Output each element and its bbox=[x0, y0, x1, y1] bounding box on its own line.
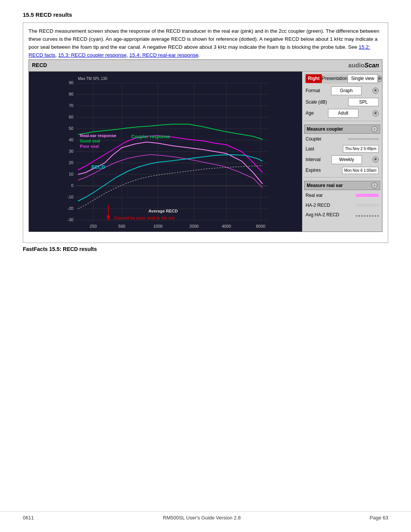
recd-body: 90 80 70 60 50 40 30 20 10 0 -10 -20 -30… bbox=[29, 72, 382, 232]
ha2-recd-swatch bbox=[356, 204, 379, 207]
footer: 0611 RM500SL User's Guide Version 2.8 Pa… bbox=[0, 511, 411, 521]
logo-audio: audio bbox=[348, 62, 365, 69]
divider-1 bbox=[304, 121, 380, 121]
svg-text:500: 500 bbox=[118, 224, 125, 228]
svg-text:2000: 2000 bbox=[190, 224, 199, 228]
scale-row: Scale (dB) SPL bbox=[304, 97, 380, 107]
interval-dropdown-btn[interactable]: ⊕ bbox=[373, 157, 379, 163]
svg-text:0: 0 bbox=[71, 183, 73, 188]
age-dropdown-btn[interactable]: ⊕ bbox=[373, 110, 379, 117]
right-badge: Right bbox=[306, 74, 322, 83]
svg-text:Coupler response: Coupler response bbox=[131, 134, 170, 139]
last-label: Last bbox=[306, 145, 314, 153]
measure-real-ear-btn[interactable]: Measure real ear ○ bbox=[304, 181, 380, 190]
coupler-row: Coupler bbox=[304, 135, 380, 144]
recd-title: RECD bbox=[32, 61, 47, 70]
age-row: Age Adult ⊕ bbox=[304, 108, 380, 118]
age-value: Adult bbox=[328, 109, 358, 118]
svg-text:10: 10 bbox=[69, 172, 73, 176]
interval-label: Interval bbox=[306, 156, 320, 163]
section-heading: 15.5 RECD results bbox=[23, 11, 388, 18]
avg-ha2-recd-row: Avg HA-2 RECD bbox=[304, 211, 380, 219]
presentation-row: Right Presentation Single view ⊕ bbox=[304, 73, 380, 84]
audioscan-logo: audioScan bbox=[348, 61, 379, 70]
svg-text:40: 40 bbox=[69, 137, 73, 142]
svg-text:8000: 8000 bbox=[256, 224, 265, 228]
coupler-label: Coupler bbox=[306, 136, 322, 143]
footer-right: Page 63 bbox=[370, 515, 388, 521]
svg-text:-10: -10 bbox=[67, 195, 73, 199]
expires-value: Mon Nov 6 1:00am bbox=[342, 167, 379, 174]
fastfacts-label: FastFacts 15.5: RECD results bbox=[23, 246, 388, 252]
expires-row: Expires Mon Nov 6 1:00am bbox=[304, 166, 380, 175]
real-ear-label: Real ear bbox=[306, 192, 323, 199]
interval-value: Weekly bbox=[331, 155, 362, 164]
link-recd-coupler[interactable]: 15.3: RECD coupler response bbox=[58, 52, 126, 58]
svg-text:Poor seal: Poor seal bbox=[80, 144, 99, 149]
avg-ha2-recd-label: Avg HA-2 RECD bbox=[306, 211, 339, 219]
svg-text:-20: -20 bbox=[67, 206, 73, 211]
measure-real-ear-circle-btn[interactable]: ○ bbox=[371, 182, 378, 189]
recd-graph-area: 90 80 70 60 50 40 30 20 10 0 -10 -20 -30… bbox=[29, 72, 302, 232]
divider-2 bbox=[304, 177, 380, 177]
recd-titlebar: RECD audioScan bbox=[29, 60, 382, 72]
format-value: Graph bbox=[331, 86, 362, 95]
svg-text:Average RECD: Average RECD bbox=[148, 209, 178, 213]
svg-text:60: 60 bbox=[69, 115, 73, 119]
svg-text:Real-ear response: Real-ear response bbox=[80, 133, 116, 138]
svg-text:RECD: RECD bbox=[91, 164, 105, 170]
scale-label: Scale (dB) bbox=[306, 99, 327, 106]
presentation-dropdown-btn[interactable]: ⊕ bbox=[378, 76, 382, 82]
description-box: The RECD measurement screen shows the re… bbox=[23, 22, 388, 243]
presentation-label: Presentation bbox=[322, 75, 347, 82]
scale-value: SPL bbox=[348, 98, 379, 107]
format-label: Format bbox=[306, 87, 320, 94]
recd-panel: RECD audioScan bbox=[29, 59, 382, 232]
last-value: Thu Nov 2 5:49pm bbox=[343, 145, 379, 153]
format-dropdown-btn[interactable]: ⊕ bbox=[373, 88, 379, 94]
svg-text:4000: 4000 bbox=[222, 224, 231, 228]
link-recd-real-ear[interactable]: 15.4: RECD real-ear response bbox=[129, 52, 199, 58]
svg-text:50: 50 bbox=[69, 126, 73, 131]
svg-text:Max TM SPL 130: Max TM SPL 130 bbox=[78, 77, 107, 81]
svg-text:250: 250 bbox=[90, 224, 97, 228]
measure-coupler-circle-btn[interactable]: ○ bbox=[371, 126, 378, 132]
footer-center: RM500SL User's Guide Version 2.8 bbox=[163, 515, 241, 521]
age-label: Age bbox=[306, 110, 314, 117]
real-ear-row: Real ear bbox=[304, 191, 380, 200]
svg-text:1000: 1000 bbox=[153, 224, 162, 228]
footer-left: 0611 bbox=[23, 515, 34, 521]
svg-text:70: 70 bbox=[69, 103, 73, 108]
recd-sidebar: Right Presentation Single view ⊕ Format … bbox=[302, 72, 382, 232]
interval-row: Interval Weekly ⊕ bbox=[304, 155, 380, 165]
svg-text:20: 20 bbox=[69, 160, 73, 165]
coupler-value bbox=[348, 138, 379, 140]
svg-text:80: 80 bbox=[69, 92, 73, 96]
measure-coupler-btn[interactable]: Measure coupler ○ bbox=[304, 125, 380, 134]
svg-text:Caused by poor seal in the ear: Caused by poor seal in the ear bbox=[114, 216, 175, 220]
svg-text:Good seal: Good seal bbox=[80, 139, 100, 143]
ha2-recd-row: HA-2 RECD bbox=[304, 201, 380, 210]
ha2-recd-label: HA-2 RECD bbox=[306, 202, 330, 209]
description-text: The RECD measurement screen shows the re… bbox=[29, 28, 379, 50]
last-row: Last Thu Nov 2 5:49pm bbox=[304, 144, 380, 153]
real-ear-swatch bbox=[356, 194, 379, 197]
svg-text:90: 90 bbox=[69, 80, 73, 85]
format-row: Format Graph ⊕ bbox=[304, 86, 380, 96]
avg-ha2-recd-swatch bbox=[356, 215, 379, 217]
svg-text:30: 30 bbox=[69, 149, 73, 153]
logo-scan: Scan bbox=[365, 62, 379, 69]
svg-text:-30: -30 bbox=[67, 217, 73, 222]
expires-label: Expires bbox=[306, 167, 321, 174]
presentation-value: Single view bbox=[347, 74, 378, 83]
